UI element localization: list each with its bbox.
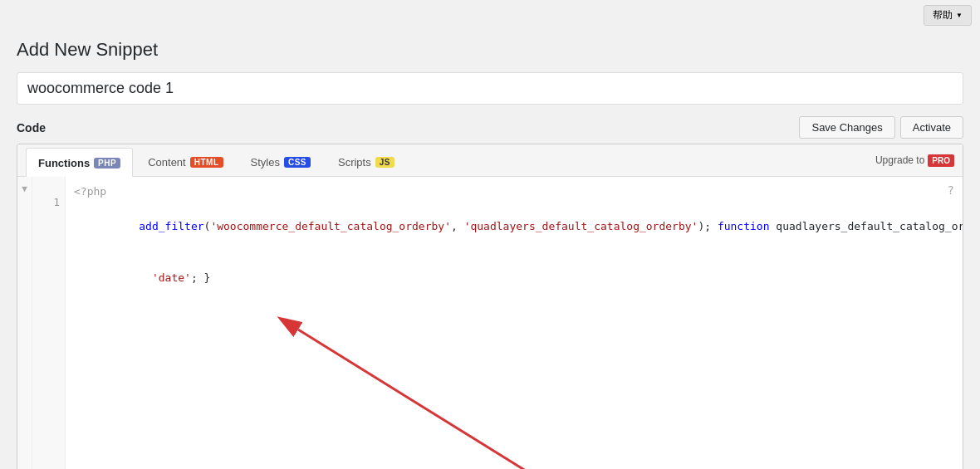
help-label: 帮助 (933, 8, 953, 22)
fn-call: add_filter (139, 220, 203, 232)
help-icon[interactable]: ? (948, 183, 954, 197)
line-numbers: 1 (32, 177, 66, 469)
save-changes-button[interactable]: Save Changes (799, 116, 894, 139)
tab-content[interactable]: Content HTML (135, 148, 235, 176)
code-editor-area[interactable]: ▼ 1 <?php add_filter('woocommerce_defaul… (17, 177, 963, 469)
help-button[interactable]: 帮助 (924, 5, 972, 26)
arrow-svg (74, 305, 954, 469)
str-1: 'woocommerce_default_catalog_orderby' (210, 220, 451, 232)
tab-functions[interactable]: Functions PHP (26, 148, 133, 177)
upgrade-section[interactable]: Upgrade to PRO (875, 154, 954, 167)
header-buttons: Save Changes Activate (799, 116, 963, 139)
collapse-toggle[interactable]: ▼ (17, 177, 32, 469)
tab-scripts-label: Scripts (338, 156, 371, 169)
tabs-bar: Functions PHP Content HTML Styles CSS Sc… (17, 144, 963, 177)
page-title: Add New Snippet (17, 39, 963, 61)
code-content[interactable]: <?php add_filter('woocommerce_default_ca… (66, 177, 963, 469)
tab-functions-badge: PHP (94, 158, 120, 169)
str-2: 'quadlayers_default_catalog_orderby' (464, 220, 698, 232)
tab-scripts[interactable]: Scripts JS (326, 148, 407, 176)
tab-content-badge: HTML (190, 157, 223, 168)
tabs-left: Functions PHP Content HTML Styles CSS Sc… (26, 144, 409, 176)
svg-line-1 (298, 330, 539, 469)
pro-badge: PRO (928, 154, 954, 167)
str-date: 'date' (152, 271, 191, 284)
tab-styles-label: Styles (251, 156, 280, 169)
code-line-1: add_filter('woocommerce_default_catalog_… (74, 201, 954, 252)
code-section-label: Code (17, 121, 46, 134)
tab-styles-badge: CSS (284, 157, 311, 168)
arrow-container (74, 305, 954, 469)
php-open-tag: <?php (74, 183, 954, 201)
tab-functions-label: Functions (38, 157, 90, 169)
collapse-icon: ▼ (22, 183, 27, 194)
line-number-0 (37, 183, 60, 196)
editor-container: Functions PHP Content HTML Styles CSS Sc… (17, 144, 963, 469)
kw-function: function (718, 220, 770, 232)
snippet-name-input[interactable] (17, 72, 963, 105)
line-number-1: 1 (37, 196, 60, 208)
tab-scripts-badge: JS (375, 157, 394, 168)
tab-styles[interactable]: Styles CSS (238, 148, 323, 176)
tab-content-label: Content (148, 156, 186, 169)
activate-button[interactable]: Activate (900, 116, 963, 139)
upgrade-label: Upgrade to (875, 154, 924, 166)
code-line-2: 'date'; } (74, 252, 954, 304)
